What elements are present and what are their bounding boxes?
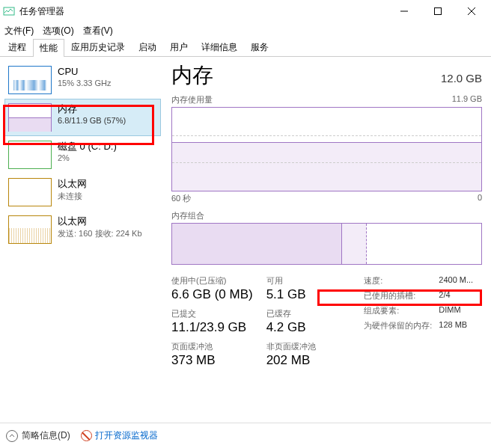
usage-max: 11.9 GB [452,94,482,105]
committed-value: 11.1/23.9 GB [171,320,253,335]
ethernet-thumb-icon [8,215,52,244]
main-panel: 内存 12.0 GB 内存使用量 11.9 GB 60 秒 0 内存组合 使用中… [161,57,491,416]
composition-label: 内存组合 [171,210,482,221]
paged-label: 页面缓冲池 [171,341,253,352]
sidebar: CPU 15% 3.33 GHz 内存 6.8/11.9 GB (57%) 磁盘… [0,57,161,416]
menu-file[interactable]: 文件(F) [4,25,34,37]
sidebar-item-sub: 6.8/11.9 GB (57%) [58,116,126,125]
total-memory: 12.0 GB [441,72,482,85]
sidebar-item-sub: 发送: 160 接收: 224 Kb [58,228,142,239]
tab-bar: 进程 性能 应用历史记录 启动 用户 详细信息 服务 [0,39,491,57]
usage-label: 内存使用量 [171,94,213,105]
zero-label: 0 [478,193,482,204]
svg-rect-2 [434,8,441,15]
committed-label: 已提交 [171,308,253,319]
open-resource-monitor-link[interactable]: 打开资源监视器 [81,429,158,442]
memory-thumb-icon [8,103,52,132]
sidebar-item-sub: 15% 3.33 GHz [58,79,112,88]
cached-label: 已缓存 [266,308,348,319]
forbid-icon [81,430,92,441]
sidebar-item-label: 磁盘 0 (C: D:) [58,141,117,153]
sidebar-item-label: CPU [58,66,112,79]
inuse-value: 6.6 GB (0 MB) [171,287,253,302]
nonpaged-value: 202 MB [266,353,348,368]
sidebar-item-memory[interactable]: 内存 6.8/11.9 GB (57%) [4,99,161,136]
available-value: 5.1 GB [266,287,348,302]
tab-app-history[interactable]: 应用历史记录 [64,38,132,56]
slots-value: 2/4 [439,290,450,301]
sidebar-item-label: 以太网 [58,215,142,228]
app-icon [3,5,15,17]
memory-composition-graph [171,223,482,265]
menu-view[interactable]: 查看(V) [83,25,113,37]
menu-options[interactable]: 选项(O) [43,25,73,37]
sidebar-item-ethernet-2[interactable]: 以太网 发送: 160 接收: 224 Kb [4,211,161,248]
tab-details[interactable]: 详细信息 [195,38,244,56]
page-title: 内存 [171,61,213,90]
memory-usage-graph [171,107,482,191]
cached-value: 4.2 GB [266,320,348,335]
tab-services[interactable]: 服务 [244,38,275,56]
speed-value: 2400 M... [439,275,473,286]
sidebar-item-sub: 2% [58,153,117,162]
available-label: 可用 [266,275,348,286]
footer: 简略信息(D) 打开资源监视器 [0,423,491,448]
reserved-key: 为硬件保留的内存: [364,320,439,331]
speed-key: 速度: [364,275,439,286]
sidebar-item-label: 内存 [58,103,126,116]
disk-thumb-icon [8,141,52,169]
sidebar-item-sub: 未连接 [58,191,87,202]
fewer-details-link[interactable]: 简略信息(D) [6,429,70,442]
sidebar-item-cpu[interactable]: CPU 15% 3.33 GHz [4,61,161,99]
titlebar: 任务管理器 [0,0,491,22]
minimize-button[interactable] [387,0,421,22]
tab-performance[interactable]: 性能 [33,39,64,57]
menubar: 文件(F) 选项(O) 查看(V) [0,22,491,39]
close-button[interactable] [454,0,488,22]
sidebar-item-ethernet-1[interactable]: 以太网 未连接 [4,174,161,211]
paged-value: 373 MB [171,353,253,368]
sidebar-item-disk[interactable]: 磁盘 0 (C: D:) 2% [4,136,161,174]
ethernet-thumb-icon [8,178,52,206]
cpu-thumb-icon [8,66,52,94]
nonpaged-label: 非页面缓冲池 [266,341,348,352]
maximize-button[interactable] [421,0,454,22]
inuse-label: 使用中(已压缩) [171,275,253,286]
window-title: 任务管理器 [19,5,387,18]
reserved-value: 128 MB [439,320,467,331]
chevron-down-icon [6,430,18,442]
timespan-label: 60 秒 [171,193,191,204]
form-key: 组成要素: [364,305,439,316]
sidebar-item-label: 以太网 [58,178,87,191]
tab-processes[interactable]: 进程 [1,38,33,56]
tab-users[interactable]: 用户 [163,38,195,56]
slots-key: 已使用的插槽: [364,290,439,301]
tab-startup[interactable]: 启动 [132,38,163,56]
form-value: DIMM [439,305,460,316]
